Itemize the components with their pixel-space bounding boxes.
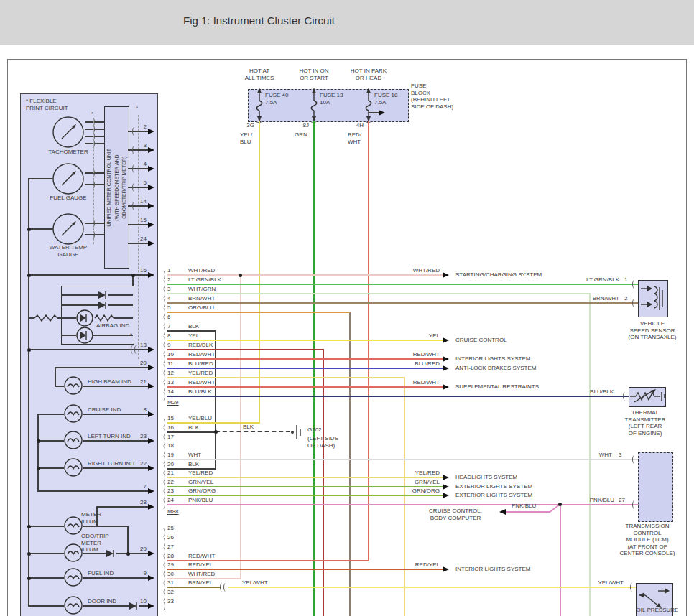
wire	[28, 349, 148, 350]
wire	[83, 386, 148, 387]
pin-number: 10	[167, 351, 174, 358]
wire	[28, 178, 29, 607]
wire	[167, 312, 350, 313]
wire-color-label: GRN	[295, 131, 307, 139]
wire	[37, 414, 39, 492]
wire-color-label: YEL/WHT	[575, 579, 624, 587]
connector-pin-icon	[161, 565, 165, 574]
connector-icon	[91, 180, 95, 189]
wire	[167, 477, 443, 478]
wire	[127, 526, 129, 554]
connector-icon	[632, 299, 637, 307]
arrow-icon	[443, 566, 449, 572]
arrow-icon	[148, 147, 154, 153]
fuel-gauge-icon	[52, 163, 84, 195]
wire-color-label: RED/ WHT	[348, 131, 361, 145]
destination-label: EXTERIOR LIGHTS SYSTEM	[455, 483, 532, 490]
wire	[128, 205, 148, 207]
wire-color-label: BLK	[188, 323, 199, 330]
footnote-star: *	[91, 111, 93, 118]
wire-color-label: RED/WHT	[389, 351, 440, 358]
wire-color-label: RED/YEL	[188, 561, 213, 569]
water-temp-gauge-icon	[52, 213, 84, 245]
pin-number: 22	[132, 460, 147, 467]
indicator-label: FUEL IND	[88, 570, 114, 577]
wire	[167, 396, 629, 397]
wire	[93, 335, 133, 336]
connector-pin-icon	[161, 308, 165, 317]
ground-wire-label: BLK	[243, 424, 254, 431]
pin-number: 28	[167, 553, 174, 560]
connector-pin-icon	[161, 602, 165, 610]
connector-pin-icon	[161, 538, 165, 546]
pin-number: 15	[137, 217, 147, 224]
wire-color-label: LT GRN/BLK	[569, 276, 619, 284]
wire	[128, 224, 148, 225]
bulb-icon	[64, 596, 83, 615]
resistor-icon	[34, 314, 57, 322]
wire-color-label: YEL/ BLU	[240, 131, 252, 145]
indicator-label: DOOR IND	[88, 598, 116, 605]
connector-pin-icon	[161, 299, 165, 307]
wire	[167, 459, 638, 460]
wire-color-label: RED/WHT	[188, 351, 215, 358]
junction-dot	[27, 228, 31, 231]
wire	[37, 440, 64, 442]
wire	[28, 274, 148, 276]
wire	[83, 467, 148, 469]
pin-number: 1	[624, 276, 627, 284]
component-label: OIL PRESSURE	[621, 607, 693, 614]
pin-number: 4	[167, 295, 170, 302]
wire	[167, 377, 404, 378]
wire-color-label: PNK/BLU	[512, 503, 536, 510]
wire-color-label: WHT	[188, 452, 201, 459]
diode-icon	[98, 291, 108, 299]
connector-pin-icon	[161, 592, 165, 601]
indicator-label: METER ILLUM	[81, 511, 101, 525]
terminal-label: 4H	[346, 122, 364, 129]
connector-id: M88	[167, 508, 179, 515]
pin-number: 9	[167, 342, 170, 349]
connector-pin-icon	[161, 271, 165, 279]
arrow-icon	[148, 488, 154, 494]
wire-color-label: LT GRN/BLK	[188, 276, 221, 284]
junction-dot	[27, 274, 31, 277]
pin-number: 1	[167, 267, 170, 274]
ground-icon	[290, 423, 303, 442]
wire-color-label: WHT/RED	[188, 571, 215, 578]
footnote-star: *	[136, 105, 138, 112]
connector-pin-icon	[161, 583, 165, 592]
title-banner	[0, 0, 694, 45]
pin-number: 24	[137, 235, 147, 243]
pin-number: 29	[132, 546, 147, 553]
wire-color-label: GRN/YEL	[188, 479, 213, 486]
wire	[83, 577, 148, 579]
wire-color-label: RED/WHT	[188, 553, 215, 560]
arrow-icon	[148, 551, 154, 556]
wire	[167, 358, 445, 360]
water-temp-gauge-label: WATER TEMP GAUGE	[40, 244, 97, 258]
wire	[167, 284, 638, 285]
wire	[128, 149, 148, 151]
wire-color-label: GRN/ORG	[389, 487, 440, 495]
arrow-icon	[148, 603, 154, 609]
pin-number: 25	[167, 525, 174, 532]
ground-location: (LEFT SIDE OF DASH)	[307, 435, 338, 449]
connector-pin-icon	[161, 364, 165, 373]
fuse-icon	[364, 88, 374, 122]
connector-pin-icon	[161, 327, 165, 335]
arrow-icon	[443, 475, 449, 480]
wire-color-label: BLU/RED	[188, 360, 213, 368]
pin-number: 21	[167, 470, 174, 477]
wire	[167, 293, 590, 294]
airbag-led-icon	[76, 309, 93, 327]
wire-color-label: RED/WHT	[188, 379, 215, 386]
wire	[167, 495, 443, 496]
flex-circuit-boundary	[93, 118, 94, 244]
wire	[28, 526, 64, 527]
pin-number: 5	[137, 179, 147, 187]
arrow-icon	[148, 438, 154, 444]
wire-yel-red	[404, 377, 405, 616]
bulb-icon	[64, 431, 83, 449]
fuse-icon	[254, 88, 264, 122]
